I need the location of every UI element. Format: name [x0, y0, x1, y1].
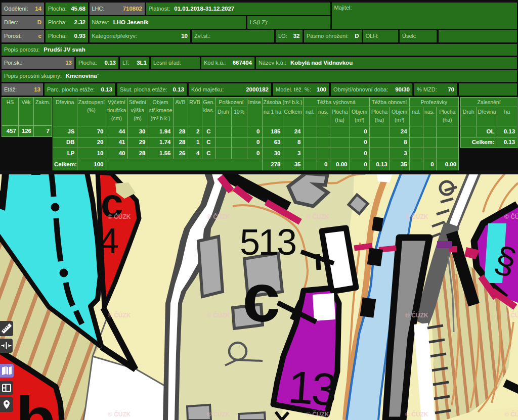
svg-text:© ČÚZK: © ČÚZK	[504, 213, 518, 220]
svg-text:4: 4	[99, 221, 119, 261]
svg-text:© ČÚZK: © ČÚZK	[207, 213, 230, 220]
svg-text:© ČÚZK: © ČÚZK	[306, 410, 329, 418]
svg-text:© ČÚZK: © ČÚZK	[405, 311, 428, 319]
svg-text:© ČÚZK: © ČÚZK	[405, 213, 428, 220]
svg-text:b: b	[16, 383, 56, 420]
svg-text:© ČÚZK: © ČÚZK	[108, 311, 131, 319]
svg-text:c: c	[242, 260, 280, 336]
svg-text:13: 13	[287, 361, 337, 415]
svg-text:© ČÚZK: © ČÚZK	[504, 410, 518, 418]
svg-text:© ČÚZK: © ČÚZK	[504, 311, 518, 319]
svg-text:© ČÚZK: © ČÚZK	[405, 410, 428, 418]
svg-text:© ČÚZK: © ČÚZK	[306, 213, 329, 220]
svg-text:© ČÚZK: © ČÚZK	[207, 410, 230, 418]
svg-text:© ČÚZK: © ČÚZK	[207, 311, 230, 319]
svg-text:© ČÚZK: © ČÚZK	[108, 410, 131, 418]
svg-text:© ČÚZK: © ČÚZK	[108, 213, 131, 220]
svg-text:513: 513	[240, 222, 295, 262]
